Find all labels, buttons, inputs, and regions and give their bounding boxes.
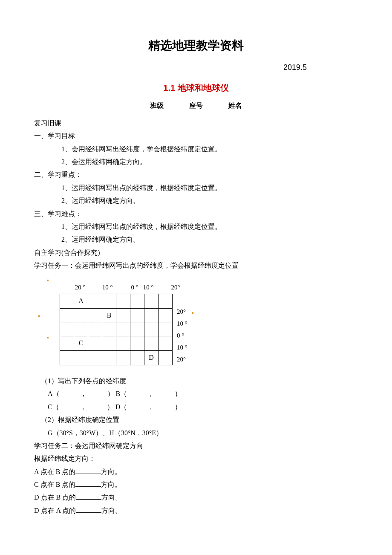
long-label: 0 ° bbox=[128, 281, 141, 294]
grid-cell bbox=[116, 294, 130, 308]
heading-difficulty: 三、学习难点： bbox=[34, 208, 358, 220]
grid-cell bbox=[130, 351, 144, 365]
grid-cell: A bbox=[74, 294, 88, 308]
decorative-dot bbox=[192, 312, 193, 314]
grid-cell bbox=[159, 336, 173, 351]
grid-cell bbox=[144, 294, 159, 308]
direction-line: D 点在 A 点的方向。 bbox=[34, 504, 358, 517]
grid-cell bbox=[88, 323, 102, 336]
grid-cell bbox=[60, 308, 74, 323]
long-label: 10 ° bbox=[141, 281, 155, 294]
heading-selfstudy: 自主学习(含合作探究) bbox=[34, 246, 358, 259]
blank-input[interactable] bbox=[75, 480, 101, 487]
long-label: 20° bbox=[169, 281, 182, 294]
answer-line-cd: C（ ， ） D（ ， ） bbox=[34, 401, 358, 413]
label-seat: 座号 bbox=[189, 102, 203, 109]
grid-cell bbox=[159, 294, 173, 308]
grid-cell bbox=[159, 308, 173, 323]
blank-input[interactable] bbox=[76, 492, 101, 500]
grid-cell bbox=[116, 351, 130, 365]
blank-input[interactable] bbox=[76, 506, 101, 513]
grid-cell bbox=[74, 323, 88, 336]
label-class: 班级 bbox=[150, 102, 164, 109]
heading-keypoint: 二、学习重点： bbox=[34, 168, 358, 181]
grid-cell bbox=[60, 323, 74, 336]
grid-cell bbox=[60, 336, 74, 351]
grid-cell: D bbox=[144, 351, 159, 365]
lat-label: 10 ° bbox=[177, 341, 187, 353]
grid-top-labels: 20 ° 10 ° 0 ° 10 ° 20° bbox=[73, 281, 358, 294]
grid-cell bbox=[159, 351, 173, 365]
label-name: 姓名 bbox=[228, 102, 242, 109]
grid-cell bbox=[102, 294, 116, 308]
grid-cell bbox=[88, 308, 102, 323]
grid-cell bbox=[74, 308, 88, 323]
student-info-row: 班级 座号 姓名 bbox=[34, 99, 358, 112]
decorative-dot bbox=[47, 337, 49, 338]
grid-cell bbox=[130, 323, 144, 336]
long-label: 10 ° bbox=[101, 281, 114, 294]
lat-label: 10 ° bbox=[177, 318, 187, 330]
decorative-dot bbox=[47, 280, 49, 281]
grid-cell bbox=[88, 294, 102, 308]
grid-cell bbox=[130, 336, 144, 351]
grid-cell bbox=[88, 336, 102, 351]
section-number: 1.1 地球和地球仪 bbox=[34, 80, 358, 96]
blank-input[interactable] bbox=[75, 467, 101, 474]
direction-line: C 点在 B 点的方向。 bbox=[34, 478, 358, 491]
grid-cell bbox=[60, 351, 74, 365]
answer-line-ab: A（ ， ） B（ ， ） bbox=[34, 387, 358, 400]
dir-text: D 点在 B 点的 bbox=[34, 494, 76, 501]
grid-cell bbox=[144, 308, 159, 323]
lat-label: 20° bbox=[177, 353, 187, 365]
date-line: 2019.5 bbox=[34, 60, 358, 75]
main-title: 精选地理教学资料 bbox=[34, 34, 358, 57]
task-1-title: 学习任务一：会运用经纬网写出点的经纬度，学会根据经纬度定位置 bbox=[34, 259, 358, 272]
grid-cell: C bbox=[74, 336, 88, 351]
grid-cell bbox=[116, 336, 130, 351]
dir-text: 方向。 bbox=[101, 481, 121, 488]
lat-long-grid: 20 ° 10 ° 0 ° 10 ° 20° ABCD 20° 10 ° 0 °… bbox=[60, 281, 358, 365]
lat-label: 0 ° bbox=[177, 330, 187, 341]
dir-text: C 点在 B 点的 bbox=[34, 481, 75, 488]
grid-cell bbox=[130, 294, 144, 308]
grid-cell bbox=[102, 323, 116, 336]
grid-cell bbox=[102, 336, 116, 351]
grid-cell bbox=[144, 323, 159, 336]
grid-cell bbox=[130, 308, 144, 323]
grid-cell bbox=[74, 351, 88, 365]
grid-cell bbox=[159, 323, 173, 336]
answer-line-gh: G（30°S，30°W）、H（30°N，30°E） bbox=[34, 427, 358, 439]
dir-text: D 点在 A 点的 bbox=[34, 507, 76, 514]
task-2-title: 学习任务二：会运用经纬网确定方向 bbox=[34, 439, 358, 452]
dir-text: 方向。 bbox=[101, 468, 121, 475]
grid-cell bbox=[144, 336, 159, 351]
grid-cell bbox=[88, 351, 102, 365]
direction-line: A 点在 B 点的方向。 bbox=[34, 465, 358, 478]
grid-right-labels: 20° 10 ° 0 ° 10 ° 20° bbox=[177, 294, 187, 365]
grid-cell bbox=[102, 351, 116, 365]
grid-cell: B bbox=[102, 308, 116, 323]
dir-text: 方向。 bbox=[101, 507, 122, 514]
direction-heading: 根据经纬线定方向： bbox=[34, 452, 358, 465]
dir-text: A 点在 B 点的 bbox=[34, 468, 75, 475]
lat-label: 20° bbox=[177, 306, 187, 318]
dir-text: 方向。 bbox=[101, 494, 122, 501]
objective-item: 1、会用经纬网写出经纬度，学会根据经纬度定位置。 bbox=[34, 143, 358, 156]
heading-review: 复习旧课 bbox=[34, 117, 358, 130]
question-2: （2）根据经纬度确定位置 bbox=[34, 413, 358, 426]
grid-cell bbox=[60, 294, 74, 308]
decorative-dot bbox=[38, 315, 40, 317]
heading-objective: 一、学习目标 bbox=[34, 130, 358, 142]
objective-item: 2、会运用经纬网确定方向。 bbox=[34, 156, 358, 168]
question-1: （1）写出下列各点的经纬度 bbox=[34, 375, 358, 387]
difficulty-item: 1、运用经纬网写出点的经纬度，根据经纬度定位置。 bbox=[34, 220, 358, 233]
direction-line: D 点在 B 点的方向。 bbox=[34, 491, 358, 504]
long-label: 20 ° bbox=[73, 281, 87, 294]
grid-cell bbox=[116, 323, 130, 336]
keypoint-item: 1、运用经纬网写出点的经纬度，根据经纬度定位置。 bbox=[34, 182, 358, 194]
keypoint-item: 2、运用经纬网确定方向。 bbox=[34, 194, 358, 207]
grid-table: ABCD bbox=[60, 294, 173, 365]
difficulty-item: 2、运用经纬网确定方向。 bbox=[34, 233, 358, 246]
grid-cell bbox=[116, 308, 130, 323]
